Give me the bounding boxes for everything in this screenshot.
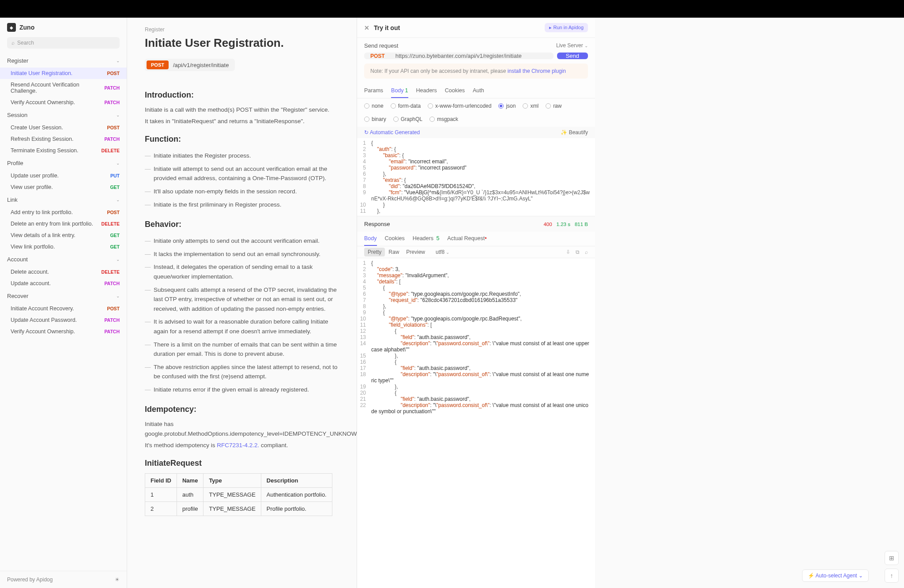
download-icon[interactable]: ⇩ bbox=[566, 249, 570, 255]
chevron-down-icon: ⌄ bbox=[116, 257, 120, 262]
auto-generated-link[interactable]: ↻ Automatic Generated bbox=[364, 129, 420, 136]
search-icon: ⌕ bbox=[11, 40, 15, 46]
tab-params[interactable]: Params bbox=[364, 84, 383, 98]
chevron-down-icon: ⌄ bbox=[116, 197, 120, 202]
response-label: Response bbox=[364, 221, 390, 227]
body-type-x-www-form-urlencoded[interactable]: x-www-form-urlencoded bbox=[428, 103, 491, 109]
try-panel: ✕ Try it out ▸ Run in Apidog Send reques… bbox=[357, 18, 595, 588]
sidebar: ◆ Zuno ⌕ Search Register⌄Initiate User R… bbox=[0, 18, 127, 588]
request-body-editor[interactable]: 1{2 "auth": {3 "basic": {4 "email": "inc… bbox=[357, 138, 595, 216]
response-tab-body[interactable]: Body bbox=[364, 232, 377, 246]
function-heading: Function: bbox=[145, 135, 339, 144]
body-type-raw[interactable]: raw bbox=[546, 103, 561, 109]
rfc-link[interactable]: RFC7231-4.2.2. bbox=[217, 442, 259, 449]
search-response-icon[interactable]: ⌕ bbox=[585, 249, 588, 255]
tab-auth[interactable]: Auth bbox=[473, 84, 484, 98]
request-heading: InitiateRequest bbox=[145, 459, 339, 468]
app-logo: ◆ bbox=[7, 23, 16, 32]
server-select[interactable]: Live Server ⌄ bbox=[556, 42, 588, 49]
sidebar-item[interactable]: Initiate User Registration.POST bbox=[0, 68, 127, 79]
list-item: Instead, it delegates the operation of s… bbox=[145, 260, 339, 283]
table-row: 2profileTYPE_MESSAGEProfile portfolio. bbox=[145, 502, 332, 516]
apps-icon[interactable]: ⊞ bbox=[885, 551, 899, 565]
sidebar-section[interactable]: Account⌄ bbox=[0, 253, 127, 266]
chrome-plugin-link[interactable]: install the Chrome plugin bbox=[508, 68, 566, 74]
os-titlebar bbox=[0, 0, 904, 18]
body-type-xml[interactable]: xml bbox=[523, 103, 539, 109]
agent-select[interactable]: ⚡ Auto-select Agent ⌄ bbox=[802, 569, 869, 582]
sidebar-item[interactable]: Create User Session.POST bbox=[0, 122, 127, 133]
list-item: Initiate is the first priliminary in Reg… bbox=[145, 198, 339, 211]
breadcrumb[interactable]: Register bbox=[145, 26, 339, 33]
sidebar-item[interactable]: Delete an entry from link portfolio.DELE… bbox=[0, 218, 127, 230]
chevron-down-icon: ⌄ bbox=[116, 161, 120, 166]
run-button[interactable]: ▸ Run in Apidog bbox=[545, 23, 588, 32]
list-item: Initiate only attempts to send out the a… bbox=[145, 234, 339, 248]
theme-toggle-icon[interactable]: ☀ bbox=[115, 577, 120, 583]
sidebar-section[interactable]: Profile⌄ bbox=[0, 156, 127, 170]
list-item: It'll also update non-empty fields in th… bbox=[145, 185, 339, 198]
sidebar-item[interactable]: View link portfolio.GET bbox=[0, 241, 127, 253]
list-item: It lacks the implementation to send out … bbox=[145, 248, 339, 261]
format-preview[interactable]: Preview bbox=[403, 248, 429, 256]
sidebar-item[interactable]: Terminate Existing Session.DELETE bbox=[0, 145, 127, 156]
body-type-binary[interactable]: binary bbox=[364, 116, 386, 122]
sidebar-item[interactable]: View details of a link entry.GET bbox=[0, 230, 127, 241]
sidebar-item[interactable]: Refresh Existing Session.PATCH bbox=[0, 133, 127, 145]
powered-by: Powered by Apidog bbox=[7, 577, 53, 583]
sidebar-item[interactable]: Update Account Password.PATCH bbox=[0, 314, 127, 326]
encoding-select[interactable]: utf8 ⌄ bbox=[436, 249, 449, 255]
endpoint-pill: POST /api/v1/register/initiate bbox=[145, 59, 235, 71]
body-type-none[interactable]: none bbox=[364, 103, 384, 109]
tab-body[interactable]: Body1 bbox=[391, 84, 408, 98]
list-item: Initiate will attempt to send out an acc… bbox=[145, 162, 339, 185]
chevron-down-icon: ⌄ bbox=[116, 294, 120, 298]
beautify-button[interactable]: ✨ Beautify bbox=[561, 129, 588, 136]
format-raw[interactable]: Raw bbox=[385, 248, 403, 256]
tab-cookies[interactable]: Cookies bbox=[445, 84, 465, 98]
list-item: Subsequent calls attempt a resend of the… bbox=[145, 283, 339, 316]
body-type-form-data[interactable]: form-data bbox=[391, 103, 421, 109]
response-tab-cookies[interactable]: Cookies bbox=[385, 232, 405, 246]
idempotency-heading: Idempotency: bbox=[145, 405, 339, 414]
body-type-json[interactable]: json bbox=[498, 103, 516, 109]
chevron-down-icon: ⌄ bbox=[116, 58, 120, 63]
sidebar-section[interactable]: Register⌄ bbox=[0, 54, 127, 68]
sidebar-item[interactable]: Update user profile.PUT bbox=[0, 170, 127, 181]
sidebar-item[interactable]: Initiate Account Recovery.POST bbox=[0, 303, 127, 314]
sidebar-item[interactable]: Delete account.DELETE bbox=[0, 266, 127, 278]
close-icon[interactable]: ✕ bbox=[364, 24, 369, 31]
list-item: It is advised to wait for a reasonable d… bbox=[145, 315, 339, 338]
scroll-top-icon[interactable]: ↑ bbox=[885, 569, 899, 583]
sidebar-item[interactable]: Update account.PATCH bbox=[0, 278, 127, 289]
send-button[interactable]: Send bbox=[557, 53, 588, 59]
response-tab-headers[interactable]: Headers 5 bbox=[413, 232, 440, 246]
sidebar-section[interactable]: Session⌄ bbox=[0, 108, 127, 122]
sidebar-item[interactable]: View user profile.GET bbox=[0, 181, 127, 193]
body-type-GraphQL[interactable]: GraphQL bbox=[393, 116, 422, 122]
send-label: Send request bbox=[364, 42, 398, 49]
copy-icon[interactable]: ⧉ bbox=[576, 249, 580, 255]
sidebar-item[interactable]: Resend Account Verification Challenge.PA… bbox=[0, 79, 127, 97]
sidebar-section[interactable]: Link⌄ bbox=[0, 193, 127, 207]
sidebar-item[interactable]: Add entry to link portfolio.POST bbox=[0, 207, 127, 218]
endpoint-path: /api/v1/register/initiate bbox=[169, 62, 233, 68]
url-input[interactable]: POST https://zuno.bytebanter.com/api/v1/… bbox=[364, 53, 554, 59]
method-badge: POST bbox=[147, 60, 169, 69]
response-tab-actual-request[interactable]: Actual Request• bbox=[447, 232, 486, 246]
sidebar-item[interactable]: Verify Account Ownership.PATCH bbox=[0, 326, 127, 337]
response-body[interactable]: 1{2 "code": 3,3 "message": "InvalidArgum… bbox=[357, 258, 595, 588]
format-pretty[interactable]: Pretty bbox=[364, 248, 385, 256]
list-item: The above restriction applies since the … bbox=[145, 361, 339, 383]
sidebar-item[interactable]: Verify Account Ownership.PATCH bbox=[0, 97, 127, 108]
brand-name: Zuno bbox=[19, 24, 34, 31]
intranet-note: Note: If your API can only be accessed b… bbox=[364, 64, 588, 79]
doc-pane: Register Initiate User Registration. POS… bbox=[127, 18, 357, 588]
chevron-down-icon: ⌄ bbox=[116, 113, 120, 117]
intro-heading: Introduction: bbox=[145, 90, 339, 100]
body-type-msgpack[interactable]: msgpack bbox=[429, 116, 458, 122]
tab-headers[interactable]: Headers bbox=[416, 84, 437, 98]
request-table: Field IDNameTypeDescription1authTYPE_MES… bbox=[145, 473, 332, 516]
search-input[interactable]: ⌕ Search bbox=[7, 37, 120, 49]
sidebar-section[interactable]: Recover⌄ bbox=[0, 289, 127, 303]
